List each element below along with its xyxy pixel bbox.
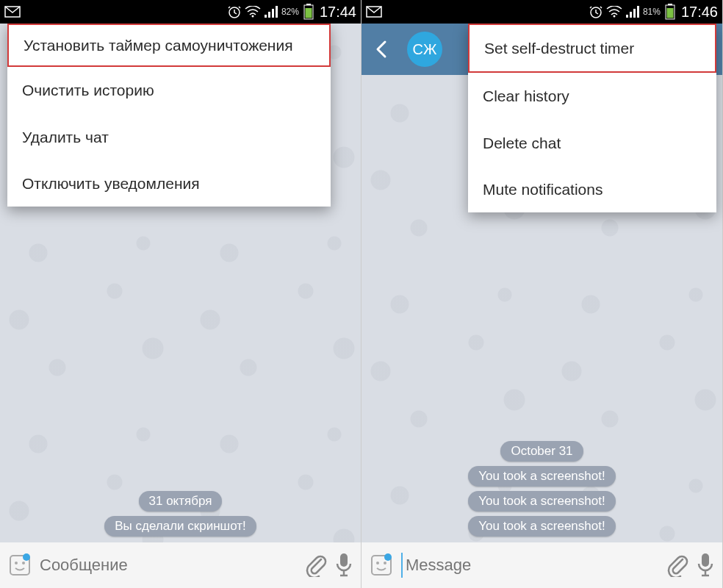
svg-rect-3: [265, 15, 267, 18]
svg-rect-5: [272, 9, 274, 18]
svg-rect-31: [702, 553, 709, 567]
svg-point-29: [384, 562, 386, 564]
statusbar: 81% 17:46: [362, 0, 722, 24]
svg-rect-14: [340, 553, 348, 567]
alarm-icon: [589, 4, 603, 19]
menu-item-self-destruct[interactable]: Set self-destruct timer: [468, 24, 716, 73]
svg-rect-23: [637, 6, 639, 18]
svg-point-28: [376, 562, 379, 564]
message-input[interactable]: [40, 553, 298, 578]
svg-rect-20: [626, 15, 628, 18]
menu-item-self-destruct[interactable]: Установить таймер самоуничтожения: [7, 24, 331, 67]
battery-icon: [665, 4, 675, 20]
svg-rect-4: [268, 12, 270, 18]
svg-rect-21: [630, 12, 632, 18]
mic-icon[interactable]: [696, 552, 715, 578]
wifi-icon: [606, 6, 622, 18]
signal-icon: [264, 6, 278, 18]
options-menu: Set self-destruct timer Clear history De…: [468, 24, 716, 212]
phone-screen-left: 82% 17:44 31 октября Вы сделали скриншот…: [0, 0, 362, 588]
battery-percent: 81%: [643, 7, 661, 17]
message-input[interactable]: [401, 553, 659, 578]
menu-item-delete-chat[interactable]: Delete chat: [468, 120, 716, 166]
menu-item-mute[interactable]: Отключить уведомления: [7, 160, 331, 207]
wifi-icon: [245, 6, 261, 18]
mic-icon[interactable]: [334, 552, 353, 578]
svg-point-13: [23, 553, 30, 561]
envelope-icon: [366, 6, 382, 18]
date-pill: October 31: [500, 441, 583, 462]
back-button[interactable]: [372, 39, 392, 60]
message-input-bar: [0, 542, 361, 588]
svg-point-2: [251, 15, 253, 18]
attach-icon[interactable]: [666, 553, 688, 577]
svg-point-19: [613, 15, 615, 18]
system-pill: Вы сделали скриншот!: [104, 516, 256, 537]
statusbar-time: 17:46: [681, 4, 718, 21]
envelope-icon: [4, 6, 21, 18]
svg-rect-22: [633, 9, 636, 18]
statusbar-time: 17:44: [320, 4, 356, 21]
svg-point-30: [384, 553, 392, 561]
svg-point-12: [22, 562, 25, 564]
date-pill: 31 октября: [139, 491, 223, 512]
battery-percent: 82%: [281, 7, 299, 17]
menu-item-delete-chat[interactable]: Удалить чат: [7, 114, 331, 160]
signal-icon: [625, 6, 640, 18]
emoji-icon[interactable]: [369, 553, 394, 578]
chat-pills: October 31 You took a screenshot! You to…: [362, 441, 722, 537]
svg-rect-9: [305, 8, 312, 18]
alarm-icon: [227, 4, 242, 19]
message-input-bar: [362, 542, 722, 588]
options-menu: Установить таймер самоуничтожения Очисти…: [7, 24, 331, 207]
menu-item-mute[interactable]: Mute notifications: [468, 166, 716, 212]
phone-screen-right: 81% 17:46 СЖ October 31 You took a scree…: [362, 0, 723, 588]
svg-rect-26: [666, 8, 673, 18]
chat-pills: 31 октября Вы сделали скриншот!: [0, 491, 361, 537]
menu-item-clear-history[interactable]: Очистить историю: [7, 67, 331, 113]
svg-point-11: [15, 562, 18, 564]
chat-avatar[interactable]: СЖ: [407, 32, 442, 67]
system-pill: You took a screenshot!: [468, 516, 615, 537]
system-pill: You took a screenshot!: [468, 466, 615, 487]
emoji-icon[interactable]: [7, 553, 32, 578]
avatar-initials: СЖ: [413, 41, 437, 58]
svg-rect-6: [276, 6, 278, 18]
statusbar: 82% 17:44: [0, 0, 361, 24]
attach-icon[interactable]: [305, 553, 327, 577]
system-pill: You took a screenshot!: [468, 491, 615, 512]
battery-icon: [303, 4, 314, 20]
menu-item-clear-history[interactable]: Clear history: [468, 73, 716, 119]
